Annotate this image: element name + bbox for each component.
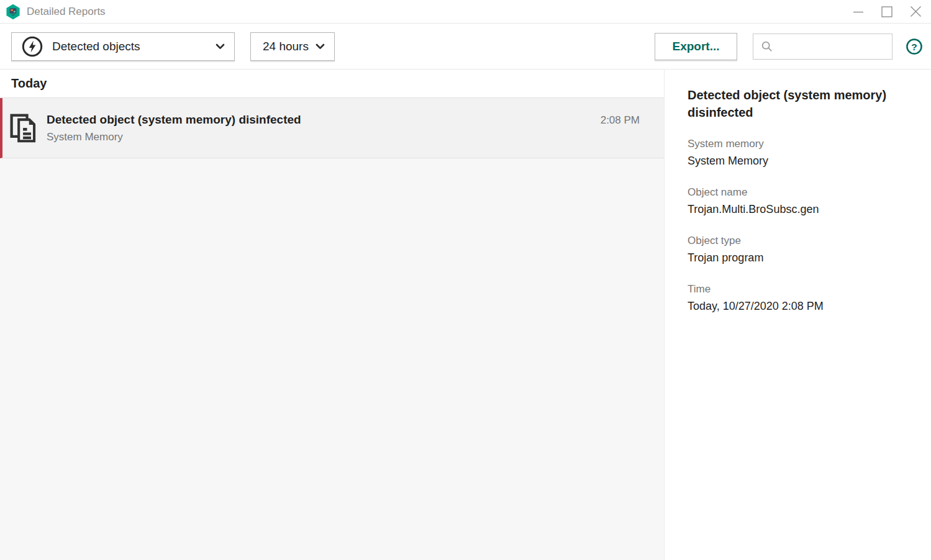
report-type-dropdown[interactable]: Detected objects bbox=[11, 32, 235, 61]
field-value: System Memory bbox=[688, 153, 912, 168]
field-label: Object name bbox=[688, 186, 912, 199]
details-panel: Detected object (system memory) disinfec… bbox=[665, 70, 931, 560]
detail-field-time: Time Today, 10/27/2020 2:08 PM bbox=[688, 282, 912, 314]
list-item-time: 2:08 PM bbox=[601, 114, 640, 127]
list-item-subtitle: System Memory bbox=[47, 130, 601, 144]
close-icon bbox=[910, 6, 922, 17]
report-type-label: Detected objects bbox=[52, 40, 140, 53]
detail-field-object-type: Object type Trojan program bbox=[688, 234, 912, 265]
export-button[interactable]: Export... bbox=[655, 33, 737, 60]
search-input[interactable] bbox=[778, 34, 892, 59]
help-button[interactable]: ? bbox=[906, 38, 923, 55]
kaspersky-logo-icon bbox=[5, 4, 21, 20]
date-group-header: Today bbox=[0, 70, 664, 98]
lightning-circle-icon bbox=[22, 36, 43, 57]
chevron-down-icon bbox=[316, 43, 325, 50]
field-value: Trojan.Multi.BroSubsc.gen bbox=[688, 202, 912, 217]
question-mark-circle-icon: ? bbox=[906, 38, 923, 55]
field-value: Today, 10/27/2020 2:08 PM bbox=[688, 299, 912, 314]
report-list-item[interactable]: Detected object (system memory) disinfec… bbox=[0, 98, 664, 158]
field-label: Object type bbox=[688, 234, 912, 248]
minimize-button[interactable] bbox=[844, 0, 873, 24]
maximize-button[interactable] bbox=[873, 0, 901, 24]
search-icon bbox=[761, 40, 773, 52]
maximize-icon bbox=[881, 6, 892, 17]
chevron-down-icon bbox=[216, 43, 225, 50]
field-label: Time bbox=[688, 282, 912, 296]
field-label: System memory bbox=[688, 137, 912, 151]
detail-field-object-name: Object name Trojan.Multi.BroSubsc.gen bbox=[688, 186, 912, 217]
list-item-text: Detected object (system memory) disinfec… bbox=[47, 112, 601, 144]
report-documents-icon bbox=[9, 112, 39, 143]
minimize-icon bbox=[853, 6, 864, 17]
svg-text:?: ? bbox=[911, 41, 917, 52]
field-value: Trojan program bbox=[688, 250, 912, 265]
period-dropdown[interactable]: 24 hours bbox=[250, 32, 335, 61]
search-box[interactable] bbox=[753, 34, 892, 60]
toolbar: Detected objects 24 hours Export... bbox=[0, 24, 931, 70]
list-item-title: Detected object (system memory) disinfec… bbox=[47, 112, 601, 127]
window-title: Detailed Reports bbox=[27, 6, 106, 18]
report-list-panel: Today Detected object (system memory) di… bbox=[0, 70, 665, 560]
main-area: Today Detected object (system memory) di… bbox=[0, 70, 931, 560]
window-controls bbox=[844, 0, 931, 23]
detailed-reports-window: Detailed Reports bbox=[0, 0, 931, 560]
close-button[interactable] bbox=[901, 0, 930, 24]
detail-field-system-memory: System memory System Memory bbox=[688, 137, 912, 168]
period-label: 24 hours bbox=[263, 40, 309, 53]
titlebar: Detailed Reports bbox=[0, 0, 931, 24]
list-empty-area bbox=[0, 158, 664, 560]
details-title: Detected object (system memory) disinfec… bbox=[688, 86, 911, 121]
